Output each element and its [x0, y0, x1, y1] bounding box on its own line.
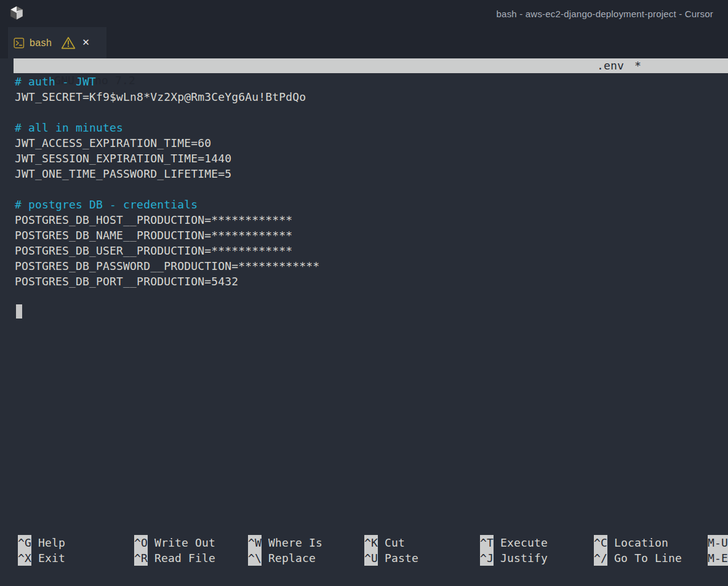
shortcut-key: M-E	[708, 550, 728, 566]
tab-bash[interactable]: bash ✕	[8, 27, 106, 58]
shortcut-label: Replace	[268, 550, 316, 566]
shortcut-key: ^U	[364, 550, 378, 566]
shortcut-label: Help	[38, 535, 65, 550]
shortcut-key: ^C	[594, 535, 607, 550]
env-comment-line: # postgres DB - credentials	[15, 197, 198, 212]
shortcut-key: M-U	[708, 535, 728, 550]
shortcut-key: ^R	[134, 550, 148, 566]
nano-filename: .env*	[597, 58, 641, 73]
tab-label: bash	[30, 38, 52, 49]
shortcut-label: Go To Line	[614, 550, 682, 566]
shortcut-label: Where Is	[268, 535, 322, 550]
env-var-line: POSTGRES_DB_PASSWORD__PRODUCTION=*******…	[15, 258, 319, 274]
env-var-line: JWT_SESSION_EXPIRATION_TIME=1440	[15, 151, 231, 166]
env-var-line: POSTGRES_DB_PORT__PRODUCTION=5432	[15, 274, 238, 289]
env-var-line: POSTGRES_DB_NAME__PRODUCTION=***********…	[15, 228, 292, 243]
env-var-line: POSTGRES_DB_USER__PRODUCTION=***********…	[15, 243, 292, 258]
env-var-line: JWT_ACCESS_EXPIRATION_TIME=60	[15, 135, 211, 151]
shortcut-key: ^T	[480, 535, 494, 550]
shortcut-key: ^X	[18, 550, 31, 566]
env-comment-line: # all in minutes	[15, 120, 123, 135]
cursor-logo-icon	[9, 5, 25, 21]
shortcut-label: Cut	[385, 535, 405, 550]
shortcut-label: Execute	[500, 535, 548, 550]
shortcut-key: ^O	[134, 535, 148, 550]
shortcut-label: Exit	[38, 550, 65, 566]
shortcut-label: Location	[614, 535, 668, 550]
shortcut-key: ^W	[248, 535, 262, 550]
shortcut-label: Write Out	[154, 535, 215, 550]
terminal-panel[interactable]: GNU nano 7.2 .env* # auth - JWTJWT_SECRE…	[0, 58, 728, 586]
terminal-icon	[14, 38, 25, 49]
shortcut-key: ^/	[594, 550, 607, 566]
filename-text: .env	[597, 59, 624, 72]
env-var-line: JWT_SECRET=Kf9$wLn8*Vz2Xp@Rm3CeYg6Au!BtP…	[15, 89, 306, 105]
env-var-line: JWT_ONE_TIME_PASSWORD_LIFETIME=5	[15, 166, 231, 181]
shortcut-key: ^\	[248, 550, 262, 566]
shortcut-label: Justify	[500, 550, 548, 566]
shortcut-label: Paste	[385, 550, 418, 566]
modified-indicator: *	[634, 59, 641, 72]
shortcut-key: ^J	[480, 550, 494, 566]
window-title: bash - aws-ec2-django-deployment-project…	[497, 9, 728, 19]
nano-titlebar: GNU nano 7.2 .env*	[14, 58, 728, 73]
terminal-cursor	[16, 304, 22, 319]
terminal-tab-strip: bash ✕	[0, 27, 728, 58]
shortcut-label: Read File	[154, 550, 215, 566]
env-var-line: POSTGRES_DB_HOST__PRODUCTION=***********…	[15, 212, 292, 228]
close-icon[interactable]: ✕	[82, 38, 90, 47]
env-comment-line: # auth - JWT	[15, 74, 96, 89]
warning-icon	[61, 36, 76, 50]
shortcut-key: ^K	[364, 535, 378, 550]
shortcut-key: ^G	[18, 535, 31, 550]
titlebar: bash - aws-ec2-django-deployment-project…	[0, 0, 728, 27]
